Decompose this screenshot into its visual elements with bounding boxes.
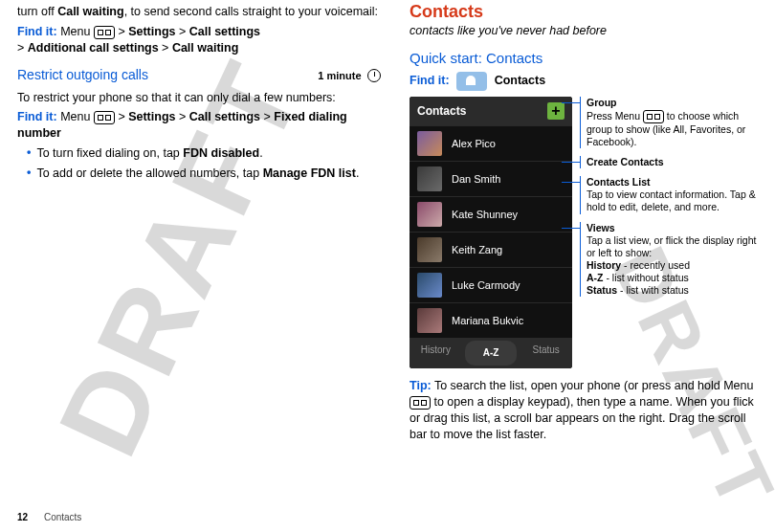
duration-badge: 1 minute [318,68,381,84]
tip-label: Tip: [410,379,432,392]
phone-header: Contacts + [410,97,572,125]
avatar [417,273,442,298]
tab-history[interactable]: History [410,338,462,368]
phone-tabs: History A-Z Status [410,338,572,368]
path-item: Settings [128,110,175,123]
bullet-dot-icon: • [27,145,31,162]
text: Status [587,284,617,296]
footer-section: Contacts [44,512,81,522]
avatar [417,166,442,191]
findit-label: Find it: [410,75,450,88]
page-footer: 12 Contacts [17,512,81,522]
text: Press Menu [587,110,643,122]
restrict-body: To restrict your phone so that it can on… [17,90,381,106]
annotations: Group Press Menu to choose which group t… [580,97,758,368]
menu-icon [94,111,115,124]
text: Tap a list view, or flick the display ri… [587,234,756,258]
page-number: 12 [17,512,28,522]
path-item: Additional call settings [28,41,159,55]
text: . [259,146,262,160]
bullet-dot-icon: • [27,166,31,182]
contacts-app-icon [456,72,487,91]
annotation-title: Contacts List [587,176,758,188]
avatar [417,237,442,262]
path-sep: > [162,41,172,55]
text: Tap to view contact information. Tap & h… [587,188,756,212]
contacts-subheading: contacts like you've never had before [410,23,758,39]
path-item: Call settings [189,25,260,38]
contact-row[interactable]: Kate Shunney [410,196,572,232]
avatar [417,308,442,333]
text: History [587,259,621,271]
tip-paragraph: Tip: To search the list, open your phone… [410,378,758,443]
path-item: Call settings [189,110,260,123]
path-sep: > [179,25,189,38]
fdn-disabled-term: FDN disabled [183,146,259,160]
contact-row[interactable]: Alex Pico [410,125,572,161]
contact-name: Kate Shunney [452,208,518,222]
path-sep: > [118,25,128,38]
text: , to send second calls straight to your … [124,5,378,18]
avatar [417,202,442,227]
contact-row[interactable]: Luke Carmody [410,267,572,302]
contact-name: Mariana Bukvic [452,314,523,328]
text: - list without status [604,272,689,283]
text: - list with status [617,284,689,296]
restrict-outgoing-title: Restrict outgoing calls [17,66,148,84]
tab-az[interactable]: A-Z [465,341,518,366]
contact-row[interactable]: Keith Zang [410,232,572,267]
text: - recently used [621,259,690,271]
annotation-group: Group Press Menu to choose which group t… [580,97,758,148]
findit-label: Find it: [17,25,57,38]
quickstart-title: Quick start: Contacts [410,49,758,68]
manage-fdn-term: Manage FDN list [263,166,356,180]
annotation-list: Contacts List Tap to view contact inform… [580,176,758,213]
findit-contacts: Find it: Contacts [410,72,758,91]
call-waiting-term: Call waiting [57,5,123,18]
annotation-title: Views [587,222,758,234]
text: turn off [17,5,57,18]
duration-text: 1 minute [318,70,361,81]
text: . [356,166,359,180]
path-item: Settings [128,25,175,38]
text: Menu [60,25,94,38]
contact-name: Keith Zang [452,243,502,257]
menu-icon [410,396,431,410]
tab-status[interactable]: Status [520,338,572,368]
clock-icon [367,69,381,82]
path-sep: > [264,110,275,123]
text: To turn fixed dialing on, tap [36,146,183,160]
path-sep: > [17,41,28,55]
annotation-views: Views Tap a list view, or flick the disp… [580,222,758,298]
menu-icon [643,110,664,123]
contact-name: Dan Smith [452,172,500,187]
bullet-item: • To turn fixed dialing on, tap FDN disa… [27,145,381,162]
findit-target: Contacts [495,75,545,88]
contact-row[interactable]: Mariana Bukvic [410,302,572,338]
bullet-item: • To add or delete the allowed numbers, … [27,166,381,182]
annotation-title: Create Contacts [587,156,758,168]
contact-row[interactable]: Dan Smith [410,161,572,196]
call-waiting-intro: turn off Call waiting, to send second ca… [17,4,381,20]
text: A-Z [587,272,604,283]
text: To add or delete the allowed numbers, ta… [36,166,262,180]
add-contact-button[interactable]: + [547,102,565,120]
contact-name: Alex Pico [452,137,496,151]
path-item: Call waiting [172,41,238,55]
text: To search the list, open your phone (or … [432,379,754,392]
menu-icon [94,26,115,39]
findit-fixed-dialing: Find it: Menu > Settings > Call settings… [17,109,381,142]
annotation-create: Create Contacts [580,156,758,168]
contacts-heading: Contacts [410,0,758,23]
text: to open a display keypad), then type a n… [410,395,754,441]
contact-name: Luke Carmody [452,278,520,293]
path-sep: > [118,110,128,123]
findit-label: Find it: [17,110,57,123]
annotation-title: Group [587,97,758,109]
phone-header-title: Contacts [417,103,466,119]
avatar [417,131,442,156]
text: Menu [60,110,94,123]
findit-call-waiting: Find it: Menu > Settings > Call settings… [17,24,381,56]
path-sep: > [179,110,189,123]
phone-screenshot: Contacts + Alex Pico Dan Smith Kate Shun… [410,97,572,368]
